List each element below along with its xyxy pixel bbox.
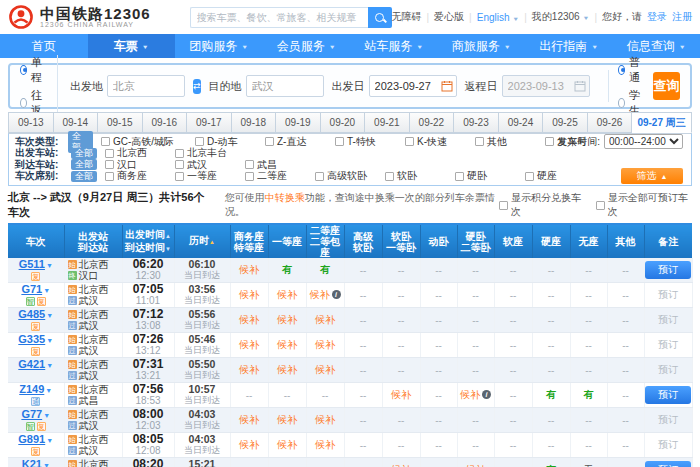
date-tab-09-23[interactable]: 09-23	[454, 112, 499, 133]
book-button[interactable]: 预订	[645, 386, 691, 404]
train-number-link[interactable]: G891	[18, 433, 45, 445]
train-number-link[interactable]: G77	[21, 408, 42, 420]
col-header-3[interactable]: 历时▲	[174, 224, 230, 258]
nav-item-group-services[interactable]: 团购服务▼	[175, 34, 263, 58]
col-header-10[interactable]: 硬卧二等卧	[457, 224, 494, 258]
to-label: 目的地	[209, 79, 242, 94]
col-header-9[interactable]: 动卧	[420, 224, 457, 258]
date-tab-09-16[interactable]: 09-16	[143, 112, 188, 133]
chevron-down-icon[interactable]: ▼	[43, 412, 50, 419]
filter-option[interactable]: 一等座	[175, 169, 245, 183]
login-link[interactable]: 登录	[647, 10, 667, 24]
date-tab-09-18[interactable]: 09-18	[232, 112, 277, 133]
date-tab-09-14[interactable]: 09-14	[54, 112, 99, 133]
filter-button[interactable]: 筛选▲	[621, 168, 683, 184]
sort-desc-icon[interactable]: ▼	[165, 246, 171, 252]
nav-item-business-travel[interactable]: 商旅服务▼	[438, 34, 526, 58]
times-cell: 07:1213:08	[122, 308, 174, 333]
to-station-name: 武汉	[79, 370, 99, 381]
date-tab-09-19[interactable]: 09-19	[276, 112, 321, 133]
train-number-link[interactable]: K21	[22, 458, 42, 467]
date-tab-09-17[interactable]: 09-17	[187, 112, 232, 133]
col-header-11[interactable]: 软座	[494, 224, 532, 258]
col-header-14[interactable]: 其他	[607, 224, 644, 258]
filter-option[interactable]: 二等座	[245, 169, 315, 183]
col-header-7[interactable]: 高级软卧	[344, 224, 382, 258]
info-icon[interactable]: i	[332, 290, 341, 299]
nav-item-travel-guide[interactable]: 出行指南▼	[525, 34, 613, 58]
date-tab-09-25[interactable]: 09-25	[543, 112, 588, 133]
seat-cell: --	[457, 308, 494, 333]
train-row-K21: K21▼通始北京西过武昌08:2023:4115:21当日到达--------候…	[8, 458, 692, 467]
col-header-4[interactable]: 商务座特等座	[230, 224, 268, 258]
logo[interactable]: 中国铁路12306 12306 CHINA RAILWAY	[8, 4, 190, 30]
train-number-link[interactable]: G511	[19, 258, 45, 270]
return-date-field: 返程日	[465, 75, 590, 97]
sort-asc-icon[interactable]: ▲	[209, 239, 215, 245]
chevron-down-icon[interactable]: ▼	[46, 362, 53, 369]
filter-all-chip-depart-station[interactable]: 全部	[71, 148, 97, 159]
display-option-0[interactable]: 显示积分兑换车次	[499, 191, 586, 219]
filter-option[interactable]: 商务座	[105, 169, 175, 183]
top-link-accessibility[interactable]: 无障碍	[392, 10, 422, 24]
query-button[interactable]: 查询	[653, 72, 680, 100]
checkbox-icon	[499, 201, 508, 210]
train-number-link[interactable]: Z149	[19, 383, 44, 395]
col-header-1[interactable]: 出发站到达站	[64, 224, 122, 258]
chevron-down-icon[interactable]: ▼	[46, 262, 53, 269]
train-number-link[interactable]: G485	[18, 308, 45, 320]
nav-item-tickets[interactable]: 车票▼	[88, 34, 176, 58]
col-header-15[interactable]: 备注	[644, 224, 692, 258]
search-input[interactable]	[190, 7, 368, 28]
col-header-13[interactable]: 无座	[570, 224, 607, 258]
col-header-8[interactable]: 软卧一等卧	[382, 224, 420, 258]
swap-stations-icon[interactable]: ⇄	[193, 79, 201, 94]
nav-item-member-services[interactable]: 会员服务▼	[263, 34, 351, 58]
trip-type-one-way[interactable]: 单程	[20, 55, 45, 85]
col-header-6[interactable]: 二等座二等包座	[306, 224, 344, 258]
filter-option[interactable]: 硬卧	[455, 169, 525, 183]
date-tab-09-22[interactable]: 09-22	[410, 112, 455, 133]
passenger-type-normal[interactable]: 普通	[618, 55, 643, 85]
filter-option[interactable]: 软卧	[385, 169, 455, 183]
chevron-down-icon[interactable]: ▼	[43, 462, 50, 467]
chevron-down-icon[interactable]: ▼	[45, 387, 52, 394]
date-tab-09-15[interactable]: 09-15	[98, 112, 143, 133]
filter-option[interactable]: 高级软卧	[315, 169, 385, 183]
chevron-down-icon[interactable]: ▼	[46, 437, 53, 444]
chevron-down-icon[interactable]: ▼	[46, 337, 53, 344]
col-header-5[interactable]: 一等座	[268, 224, 306, 258]
col-header-12[interactable]: 硬座	[532, 224, 570, 258]
stations-cell: 始北京西过武汉	[64, 408, 122, 433]
book-button[interactable]: 预订	[645, 261, 691, 279]
date-tab-09-20[interactable]: 09-20	[321, 112, 366, 133]
chevron-down-icon[interactable]: ▼	[46, 312, 53, 319]
date-tab-09-26[interactable]: 09-26	[588, 112, 633, 133]
chevron-down-icon[interactable]: ▼	[43, 287, 50, 294]
filter-all-chip-seat-class[interactable]: 全部	[71, 171, 97, 182]
train-number-link[interactable]: G335	[18, 333, 45, 345]
sort-asc-icon[interactable]: ▲	[165, 233, 171, 239]
col-header-2[interactable]: 出发时间▲到达时间▼	[122, 224, 174, 258]
train-number-link[interactable]: G421	[18, 358, 45, 370]
search-button[interactable]	[368, 7, 392, 28]
date-tab-09-21[interactable]: 09-21	[365, 112, 410, 133]
to-input[interactable]	[246, 75, 324, 97]
top-link-my-12306[interactable]: 我的12306 ▼	[532, 10, 590, 24]
filter-option[interactable]: 硬座	[525, 169, 595, 183]
top-link-care-version[interactable]: 爱心版	[434, 10, 464, 24]
date-tab-09-27[interactable]: 09-27 周三	[632, 112, 692, 133]
info-icon[interactable]: i	[482, 390, 491, 399]
transfer-link[interactable]: 中转换乘	[265, 192, 305, 203]
register-link[interactable]: 注册	[672, 10, 692, 24]
col-header-0[interactable]: 车次	[8, 224, 64, 258]
filter-all-chip-arrive-station[interactable]: 全部	[71, 159, 97, 170]
book-button[interactable]: 预订	[645, 461, 691, 467]
display-option-1[interactable]: 显示全部可预订车次	[596, 191, 692, 219]
date-tab-09-13[interactable]: 09-13	[8, 112, 54, 133]
from-input[interactable]	[107, 75, 185, 97]
nav-item-station-services[interactable]: 站车服务▼	[350, 34, 438, 58]
train-number-link[interactable]: G71	[21, 283, 42, 295]
top-link-language[interactable]: English ▼	[477, 12, 520, 23]
date-tab-09-24[interactable]: 09-24	[499, 112, 544, 133]
